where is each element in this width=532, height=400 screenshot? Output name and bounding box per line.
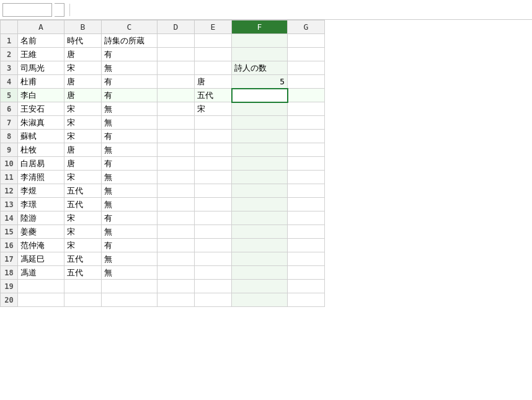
cell-F5[interactable] [232,89,288,102]
cell-E19[interactable] [195,280,232,293]
cell-D20[interactable] [157,293,195,307]
row-header-10[interactable]: 10 [1,157,18,171]
cell-B14[interactable]: 宋 [64,211,102,225]
cell-G2[interactable] [288,48,325,61]
cell-D2[interactable] [157,48,195,61]
cell-A2[interactable]: 王維 [18,48,64,61]
row-header-8[interactable]: 8 [1,130,18,143]
cell-B5[interactable]: 唐 [64,89,102,102]
cell-A11[interactable]: 李清照 [18,171,64,184]
cell-A7[interactable]: 朱淑真 [18,116,64,130]
cell-D1[interactable] [157,34,195,48]
cell-F14[interactable] [232,211,288,225]
cell-C12[interactable]: 無 [102,184,157,198]
cell-C19[interactable] [102,280,157,293]
cell-E8[interactable] [195,130,232,143]
cell-D8[interactable] [157,130,195,143]
cell-E4[interactable]: 唐 [195,75,232,89]
cell-D19[interactable] [157,280,195,293]
cell-A4[interactable]: 杜甫 [18,75,64,89]
row-header-14[interactable]: 14 [1,211,18,225]
row-header-11[interactable]: 11 [1,171,18,184]
cell-G20[interactable] [288,293,325,307]
cell-G10[interactable] [288,157,325,171]
col-header-corner[interactable] [1,20,18,34]
cell-G14[interactable] [288,211,325,225]
cell-F17[interactable] [232,252,288,266]
cell-D13[interactable] [157,198,195,211]
cell-D10[interactable] [157,157,195,171]
col-header-F[interactable]: F [232,20,288,34]
cell-G17[interactable] [288,252,325,266]
row-header-7[interactable]: 7 [1,116,18,130]
cell-A17[interactable]: 馮延巳 [18,252,64,266]
cell-F3[interactable]: 詩人の数 [232,61,288,75]
cell-B10[interactable]: 唐 [64,157,102,171]
cell-B2[interactable]: 唐 [64,48,102,61]
cell-A18[interactable]: 馮道 [18,266,64,280]
cell-E10[interactable] [195,157,232,171]
cell-F13[interactable] [232,198,288,211]
cell-F2[interactable] [232,48,288,61]
cell-D11[interactable] [157,171,195,184]
cell-F1[interactable] [232,34,288,48]
cell-D4[interactable] [157,75,195,89]
row-header-20[interactable]: 20 [1,293,18,307]
cell-D15[interactable] [157,225,195,239]
cell-B7[interactable]: 宋 [64,116,102,130]
col-header-G[interactable]: G [288,20,325,34]
cell-E14[interactable] [195,211,232,225]
cell-B13[interactable]: 五代 [64,198,102,211]
cancel-formula-icon[interactable] [75,9,80,11]
row-header-12[interactable]: 12 [1,184,18,198]
cell-A1[interactable]: 名前 [18,34,64,48]
cell-F6[interactable] [232,102,288,116]
cell-F18[interactable] [232,266,288,280]
cell-C14[interactable]: 有 [102,211,157,225]
cell-D5[interactable] [157,89,195,102]
cell-B4[interactable]: 唐 [64,75,102,89]
cell-G1[interactable] [288,34,325,48]
col-header-E[interactable]: E [195,20,232,34]
cell-C3[interactable]: 無 [102,61,157,75]
cell-G15[interactable] [288,225,325,239]
cell-A5[interactable]: 李白 [18,89,64,102]
cell-B18[interactable]: 五代 [64,266,102,280]
cell-C18[interactable]: 無 [102,266,157,280]
row-header-3[interactable]: 3 [1,61,18,75]
row-header-16[interactable]: 16 [1,239,18,252]
cell-B6[interactable]: 宋 [64,102,102,116]
col-header-A[interactable]: A [18,20,64,34]
cell-F16[interactable] [232,239,288,252]
cell-E20[interactable] [195,293,232,307]
cell-A14[interactable]: 陸游 [18,211,64,225]
row-header-18[interactable]: 18 [1,266,18,280]
cell-F10[interactable] [232,157,288,171]
cell-E9[interactable] [195,143,232,157]
cell-D12[interactable] [157,184,195,198]
cell-C2[interactable]: 有 [102,48,157,61]
cell-B17[interactable]: 五代 [64,252,102,266]
row-header-4[interactable]: 4 [1,75,18,89]
cell-G18[interactable] [288,266,325,280]
cell-G13[interactable] [288,198,325,211]
cell-E7[interactable] [195,116,232,130]
cell-C20[interactable] [102,293,157,307]
col-header-B[interactable]: B [64,20,102,34]
cell-D14[interactable] [157,211,195,225]
cell-E12[interactable] [195,184,232,198]
cell-C7[interactable]: 無 [102,116,157,130]
cell-C6[interactable]: 無 [102,102,157,116]
cell-A9[interactable]: 杜牧 [18,143,64,157]
cell-E6[interactable]: 宋 [195,102,232,116]
row-header-13[interactable]: 13 [1,198,18,211]
cell-B20[interactable] [64,293,102,307]
cell-C10[interactable]: 有 [102,157,157,171]
row-header-5[interactable]: 5 [1,89,18,102]
cell-F11[interactable] [232,171,288,184]
cell-F20[interactable] [232,293,288,307]
col-header-D[interactable]: D [157,20,195,34]
cell-G5[interactable] [288,89,325,102]
cell-C4[interactable]: 有 [102,75,157,89]
cell-G16[interactable] [288,239,325,252]
